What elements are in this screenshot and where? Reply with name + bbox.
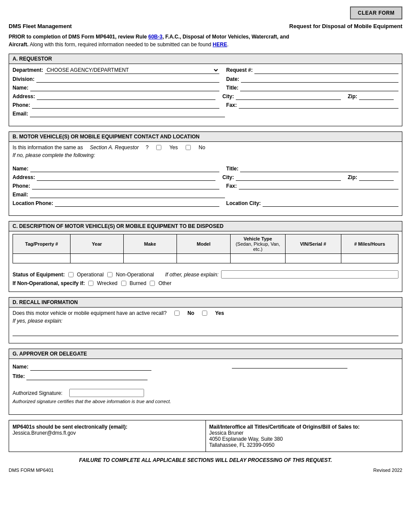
section-g-header: G. APPROVER OR DELEGATE xyxy=(9,349,402,359)
loc-phone-input[interactable] xyxy=(55,200,219,207)
name-extra-line xyxy=(232,362,348,369)
year-input[interactable] xyxy=(73,256,120,261)
request-label: Request #: xyxy=(226,67,253,73)
date-input[interactable] xyxy=(241,76,398,83)
auth-sig-note: Authorized signature certifies that the … xyxy=(13,399,398,404)
recall-no-checkbox[interactable] xyxy=(174,311,180,316)
email-input-b[interactable] xyxy=(30,191,225,198)
phone-input-a[interactable] xyxy=(32,102,219,109)
section-c: C. DESCRIPTION OF MOTOR VEHICLE(S) OR MO… xyxy=(9,221,402,292)
non-operational-label: Non-Operational xyxy=(116,272,154,278)
form-footer-left: DMS FORM MP6401 xyxy=(9,468,54,473)
header-right: Request for Disposal of Mobile Equipment xyxy=(289,23,402,29)
title-label-b: Title: xyxy=(226,166,238,172)
vin-input[interactable] xyxy=(288,256,338,261)
title-input-b[interactable] xyxy=(240,165,398,172)
loc-phone-label: Location Phone: xyxy=(13,200,53,206)
name-label-g: Name: xyxy=(13,364,29,370)
date-label: Date: xyxy=(226,76,239,82)
if-no-text: If no, please complete the following: xyxy=(13,152,398,158)
col-make: Make xyxy=(123,234,177,254)
if-other-input[interactable] xyxy=(221,270,398,279)
same-info-suffix: ? xyxy=(146,144,149,151)
operational-checkbox[interactable] xyxy=(68,272,74,277)
header-left: DMS Fleet Management xyxy=(9,23,72,29)
address-label-b: Address: xyxy=(13,174,35,180)
title-input-g[interactable] xyxy=(26,373,148,380)
address-label-a: Address: xyxy=(13,93,35,99)
bottom-notice: FAILURE TO COMPLETE ALL APPLICABLE SECTI… xyxy=(9,457,402,463)
footer-info-right: Mail/Interoffice all Titles/Certificate … xyxy=(206,420,402,452)
status-label: Status of Equipment: xyxy=(13,272,65,278)
section-b: B. MOTOR VEHICLE(S) OR MOBILE EQUIPMENT … xyxy=(9,131,402,216)
zip-label-b: Zip: xyxy=(348,174,357,180)
fax-input-a[interactable] xyxy=(239,102,399,109)
col-vehicle-type: Vehicle Type(Sedan, Pickup, Van, etc.) xyxy=(231,234,285,254)
if-non-op-label: If Non-Operational, specify if: xyxy=(13,280,85,286)
loc-city-label: Location City: xyxy=(226,200,261,206)
city-label-a: City: xyxy=(222,93,234,99)
division-input[interactable] xyxy=(36,76,219,83)
table-row xyxy=(13,254,398,263)
address-input-b[interactable] xyxy=(37,174,215,181)
auth-sig-input[interactable] xyxy=(69,389,144,397)
zip-input-a[interactable] xyxy=(359,93,394,100)
vehicle-table: Tag/Property # Year Make Model Vehicle T… xyxy=(13,234,398,263)
yes-label-b: Yes xyxy=(169,144,178,151)
footer-right-address: 4050 Esplanade Way, Suite 380 xyxy=(209,436,283,442)
recall-explain-input[interactable] xyxy=(13,329,398,336)
title-input-a[interactable] xyxy=(240,84,398,91)
wrecked-label: Wrecked xyxy=(97,280,117,286)
yes-checkbox-b[interactable] xyxy=(156,145,161,150)
col-tag: Tag/Property # xyxy=(13,234,71,254)
city-input-a[interactable] xyxy=(236,93,341,100)
request-input[interactable] xyxy=(254,67,398,74)
tag-input[interactable] xyxy=(16,256,67,261)
no-checkbox-b[interactable] xyxy=(186,145,191,150)
form-footer: DMS FORM MP6401 Revised 2022 xyxy=(9,468,402,473)
recall-no-label: No xyxy=(187,310,194,316)
email-label-a: Email: xyxy=(13,111,28,117)
name-input-g[interactable] xyxy=(30,364,151,371)
form-footer-right: Revised 2022 xyxy=(373,468,402,473)
phone-label-a: Phone: xyxy=(13,102,30,108)
burned-checkbox[interactable] xyxy=(121,281,126,286)
burned-label: Burned xyxy=(130,280,147,286)
vehicle-type-input[interactable] xyxy=(233,256,282,261)
recall-yes-checkbox[interactable] xyxy=(202,311,207,316)
recall-yes-label: Yes xyxy=(215,310,224,316)
if-other-label: If other, please explain: xyxy=(165,272,218,278)
name-input-b[interactable] xyxy=(30,165,219,172)
intro-text: PRIOR to completion of DMS Form MP6401, … xyxy=(9,33,402,48)
dept-select[interactable]: CHOOSE AGENCY/DEPARTMENT xyxy=(45,67,219,74)
phone-input-b[interactable] xyxy=(32,183,219,189)
phone-label-b: Phone: xyxy=(13,183,30,189)
auth-sig-label: Authorized Signature: xyxy=(13,390,62,396)
miles-input[interactable] xyxy=(344,256,395,261)
section-c-header: C. DESCRIPTION OF MOTOR VEHICLE(S) OR MO… xyxy=(9,221,402,231)
model-input[interactable] xyxy=(180,256,228,261)
col-year: Year xyxy=(71,234,123,254)
footer-left-title: MP6401s should be sent electronically (e… xyxy=(13,424,127,430)
email-input-a[interactable] xyxy=(30,110,225,117)
city-input-b[interactable] xyxy=(236,174,341,181)
make-input[interactable] xyxy=(126,256,174,261)
section-b-header: B. MOTOR VEHICLE(S) OR MOBILE EQUIPMENT … xyxy=(9,132,402,142)
clear-form-button[interactable]: CLEAR FORM xyxy=(350,6,402,19)
name-label-a: Name: xyxy=(13,85,29,91)
non-operational-checkbox[interactable] xyxy=(107,272,112,277)
address-input-a[interactable] xyxy=(37,93,215,100)
footer-left-email: Jessica.Bruner@dms.fl.gov xyxy=(13,430,76,436)
loc-city-input[interactable] xyxy=(263,200,398,207)
other-label: Other xyxy=(158,280,171,286)
here-link[interactable]: HERE xyxy=(213,42,227,48)
wrecked-checkbox[interactable] xyxy=(88,281,93,286)
zip-input-b[interactable] xyxy=(359,174,394,181)
section-a-header: A. REQUESTOR xyxy=(9,54,402,64)
rule-link[interactable]: 60B-3 xyxy=(148,34,163,40)
name-input-a[interactable] xyxy=(30,84,219,91)
section-g: G. APPROVER OR DELEGATE Name: Title: Aut… xyxy=(9,349,402,415)
recall-question: Does this motor vehicle or mobile equipm… xyxy=(13,310,167,316)
other-checkbox[interactable] xyxy=(150,281,155,286)
fax-input-b[interactable] xyxy=(239,183,399,189)
